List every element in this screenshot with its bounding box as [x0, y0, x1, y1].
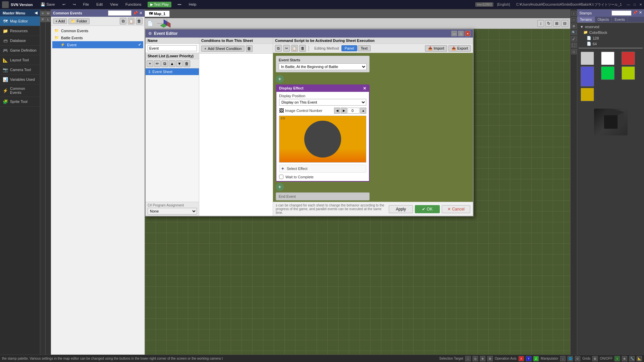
tree-item-64[interactable]: 📄 64 — [579, 41, 643, 47]
stamps-search[interactable] — [611, 10, 632, 16]
dialog-close[interactable]: ✕ — [465, 31, 470, 36]
add-command-btn-2[interactable]: + — [276, 183, 284, 191]
menu-file-item[interactable]: File — [82, 2, 91, 7]
strip-btn-1[interactable]: ≡ — [40, 11, 46, 16]
manip-btn-2[interactable]: 🌐 — [568, 356, 573, 361]
wait-complete-checkbox[interactable] — [279, 175, 283, 179]
dialog-maximize[interactable]: □ — [458, 31, 464, 36]
extra-btn-1[interactable]: ⊕ — [622, 356, 627, 361]
swatch-yellow[interactable] — [581, 88, 594, 101]
strip-btn-2[interactable]: P — [40, 17, 46, 22]
rt-btn-1[interactable]: ↕ — [571, 11, 577, 16]
sel-btn-2[interactable]: ◎ — [473, 356, 478, 361]
menu-test-play[interactable]: ▶ Test Play — [148, 2, 172, 7]
sidebar-collapse[interactable]: ◀ — [35, 11, 37, 15]
menu-more[interactable]: ••• — [176, 2, 183, 7]
sheet-add-btn[interactable]: + — [147, 60, 153, 67]
swatch-red[interactable] — [622, 52, 635, 65]
cmd-copy-btn[interactable]: ⧉ — [275, 45, 282, 52]
ok-button[interactable]: ✔ OK — [415, 205, 439, 213]
list-item-common-events[interactable]: 📁 Common Events — [52, 27, 143, 34]
add-btn[interactable]: + Add — [53, 18, 67, 24]
rt-btn-5[interactable]: 🖊 — [571, 36, 577, 42]
tab-events[interactable]: Events — [612, 17, 628, 22]
sidebar-item-camera-tool[interactable]: 📷 Camera Tool — [0, 65, 40, 75]
list-item-battle-events[interactable]: 📁 Battle Events — [52, 34, 143, 41]
maximize-btn[interactable]: □ — [634, 3, 636, 6]
sidebar-item-sprite-tool[interactable]: 🧩 Sprite Tool — [0, 97, 40, 107]
img-ctrl-spinner[interactable]: ▲ — [360, 108, 366, 114]
sheet-copy-btn[interactable]: ⧉ — [161, 60, 168, 67]
swatch-lime[interactable] — [622, 66, 635, 80]
cmd-delete-btn[interactable]: 🗑 — [299, 45, 306, 52]
sidebar-item-resources[interactable]: 📁 Resources — [0, 26, 40, 36]
tree-item-reserved[interactable]: ▼ reserved — [579, 24, 643, 29]
program-select[interactable]: None — [148, 208, 197, 215]
stamps-pin[interactable]: 📌 — [633, 10, 638, 16]
map-toolbar-grid[interactable]: ⊟ — [561, 20, 568, 27]
extra-btn-3[interactable]: 📐 — [637, 356, 642, 361]
menu-undo[interactable]: ↩ — [61, 2, 67, 7]
image-control-input[interactable] — [347, 108, 360, 114]
sidebar-item-game-definition[interactable]: 🎮 Game Definition — [0, 46, 40, 55]
grid-btn-1[interactable]: ⊞ — [592, 356, 598, 361]
img-ctrl-prev[interactable]: ◀ — [334, 108, 340, 114]
event-starts-select[interactable]: In Battle, At the Beginning of Battle — [279, 63, 367, 70]
map-tab-1[interactable]: 🗺 Map_1 — [145, 11, 170, 17]
rt-btn-6[interactable]: ⛶ — [571, 43, 577, 48]
select-effect-row[interactable]: ✦ Select Effect — [279, 165, 366, 173]
delete-btn[interactable]: 🗑 — [136, 18, 143, 24]
menu-edit-item[interactable]: Edit — [95, 2, 104, 7]
menu-redo[interactable]: ↪ — [71, 2, 77, 7]
cmd-paste-btn[interactable]: 📋 — [291, 45, 298, 52]
sel-btn-3[interactable]: ⊕ — [480, 356, 485, 361]
export-btn[interactable]: 📤 Export — [448, 45, 471, 52]
panel-pin[interactable]: 📌 — [133, 11, 138, 15]
tab-objects[interactable]: Objects — [595, 17, 612, 22]
tree-item-colorblock[interactable]: 📁 ColorBlock — [579, 29, 643, 35]
copy-btn[interactable]: ⧉ — [120, 18, 126, 24]
rt-btn-4[interactable]: 🔍 — [571, 30, 577, 35]
sidebar-item-map-editor[interactable]: 🗺 Map Editor — [0, 16, 40, 26]
cmd-cut-btn[interactable]: ✂ — [283, 45, 290, 52]
list-item-event[interactable]: ⚡ Event ✔ — [52, 41, 143, 48]
sel-btn-1[interactable]: □ — [465, 356, 471, 361]
map-toolbar-move[interactable]: ↕ — [537, 20, 544, 27]
axis-btn-1[interactable]: X — [519, 356, 524, 361]
strip-btn-3[interactable]: M — [46, 11, 51, 16]
event-name-input[interactable] — [148, 45, 197, 51]
sheet-item-1[interactable]: 1: Event Sheet — [146, 68, 199, 75]
tab-terrains[interactable]: Terrains — [577, 17, 595, 22]
manip-btn-3[interactable]: ⊙ — [575, 356, 580, 361]
text-view-btn[interactable]: Text — [358, 45, 371, 51]
sidebar-item-layout-tool[interactable]: 📐 Layout Tool — [0, 55, 40, 65]
rt-btn-3[interactable]: ⊞ — [571, 23, 577, 29]
menu-help-item[interactable]: Help — [187, 2, 198, 7]
sheet-down-btn[interactable]: ▼ — [176, 60, 183, 67]
strip-btn-4[interactable]: L — [46, 17, 51, 22]
sidebar-item-common-events[interactable]: ⚡ Common Events — [0, 84, 40, 97]
cancel-button[interactable]: ✕ Cancel — [442, 205, 470, 213]
folder-btn[interactable]: 📁 Folder — [68, 18, 89, 24]
axis-btn-2[interactable]: Y — [526, 356, 531, 361]
panel-close[interactable]: ✕ — [139, 11, 143, 15]
sidebar-item-variables-used[interactable]: 📊 Variables Used — [0, 75, 40, 84]
condition-delete-btn[interactable]: 🗑 — [246, 45, 253, 52]
img-ctrl-next[interactable]: ▶ — [341, 108, 347, 114]
map-toolbar-rotate[interactable]: ↻ — [545, 20, 552, 27]
minimize-btn[interactable]: — — [627, 3, 630, 6]
paste-btn[interactable]: 📋 — [128, 18, 135, 24]
menu-file[interactable]: 💾 Save — [39, 2, 56, 7]
rt-btn-2[interactable]: ↔ — [571, 17, 577, 22]
import-btn[interactable]: 📥 Import — [425, 45, 447, 52]
sheet-up-btn[interactable]: ▲ — [169, 60, 175, 67]
add-command-btn-1[interactable]: + — [276, 75, 284, 83]
rt-btn-7[interactable]: ◻ — [571, 49, 577, 54]
menu-functions-item[interactable]: Functions — [124, 2, 143, 7]
sidebar-item-database[interactable]: 🗃 Database — [0, 36, 40, 46]
map-toolbar-scale[interactable]: ⊞ — [553, 20, 560, 27]
tree-item-128[interactable]: 📄 128 — [579, 35, 643, 41]
axis-btn-3[interactable]: Z — [533, 356, 539, 361]
extra-btn-2[interactable]: 🔧 — [629, 356, 635, 361]
close-btn[interactable]: ✕ — [639, 3, 642, 6]
